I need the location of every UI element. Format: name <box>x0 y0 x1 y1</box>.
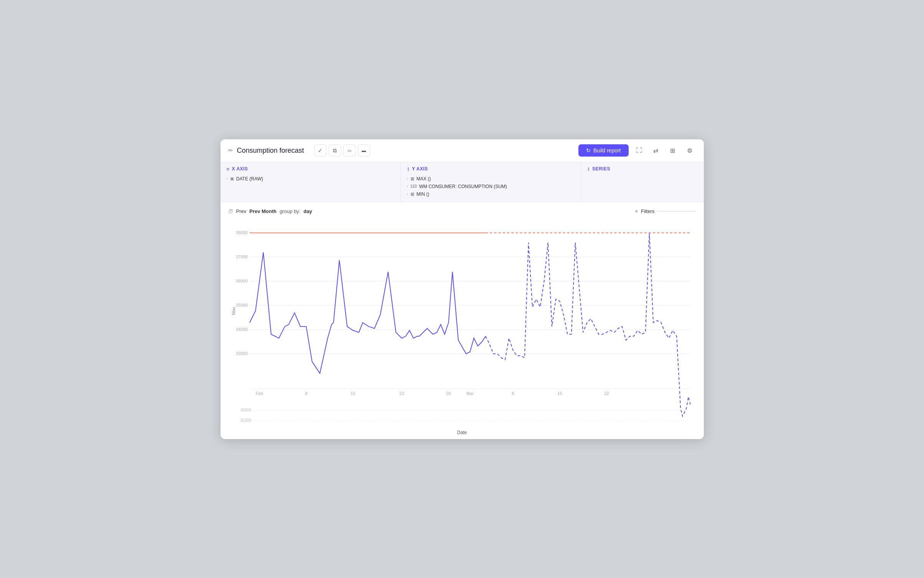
filter-icon: ≡ <box>635 208 638 214</box>
x-tick-8: 8 <box>305 391 307 395</box>
header-left: ✏ Consumption forecast ✓ ⧉ ▭ ▬ <box>228 144 578 157</box>
y-axis-item-0[interactable]: › ▦ MAX () <box>407 175 575 183</box>
build-report-button[interactable]: ↻ Build report <box>578 144 629 157</box>
x-tick-feb: Feb <box>255 391 263 395</box>
y-tick-33000: 33000 <box>236 351 247 355</box>
header-right: ↻ Build report ⛶ ⇄ ⊞ ⚙ <box>578 144 696 157</box>
fullscreen-button[interactable]: ⛶ <box>632 144 646 157</box>
layers-button[interactable]: ⊞ <box>666 144 679 157</box>
prev-label: Prev <box>236 208 247 214</box>
x-tick-mar: Mar <box>466 391 474 395</box>
pencil-icon: ✏ <box>228 147 233 154</box>
chart-area: ⏱ Prev Prev Month group by: day ≡ Filter… <box>221 202 704 439</box>
main-chart-svg: Max 38000 37000 36000 35000 34000 33000 <box>228 219 696 403</box>
share-button[interactable]: ⇄ <box>649 144 662 157</box>
chevron-icon-y0: › <box>407 177 408 181</box>
filter-area: ≡ Filters <box>635 208 696 214</box>
y-axis-item-2[interactable]: › ▦ MIN () <box>407 190 575 198</box>
x-tick-29: 29 <box>446 391 451 395</box>
layout-button-2[interactable]: ▬ <box>358 144 370 157</box>
mini-chart-svg: 32000 31500 <box>228 405 696 428</box>
header: ✏ Consumption forecast ✓ ⧉ ▭ ▬ ↻ Build r… <box>221 139 704 162</box>
time-controls: ⏱ Prev Prev Month group by: day <box>228 208 312 214</box>
x-tick-15: 15 <box>351 391 355 395</box>
chevron-icon-y2: › <box>407 192 408 196</box>
y-tick-34000: 34000 <box>236 327 247 331</box>
num-icon-y1: 123 <box>410 184 417 188</box>
grid-icon-y2: ▦ <box>410 192 414 197</box>
x-tick-22b: 22 <box>604 391 608 395</box>
x-tick-15b: 15 <box>557 391 562 395</box>
y-axis-item-1[interactable]: › 123 WM CONSUMER: CONSUMPTION (SUM) <box>407 183 575 190</box>
y-axis-label-text: Max <box>231 307 236 315</box>
y-tick-37000: 37000 <box>236 254 247 259</box>
chevron-icon: › <box>227 177 228 181</box>
grid-icon-y0: ▦ <box>410 176 414 181</box>
axis-row: ≡ X axis › ▣ DATE (RAW) ⫶ Y axis › ▦ MAX… <box>221 162 704 202</box>
main-window: ✏ Consumption forecast ✓ ⧉ ▭ ▬ ↻ Build r… <box>221 139 704 439</box>
series-label: ⫶ Series <box>587 166 698 172</box>
group-by-label: group by: <box>280 208 300 214</box>
chevron-icon-y1: › <box>407 184 408 188</box>
main-chart-container: Max 38000 37000 36000 35000 34000 33000 <box>228 219 696 405</box>
y-tick-36000: 36000 <box>236 278 247 283</box>
x-tick-8b: 8 <box>512 391 514 395</box>
mini-y-tick-32000: 32000 <box>240 408 251 412</box>
chart-controls: ⏱ Prev Prev Month group by: day ≡ Filter… <box>228 208 696 214</box>
x-tick-22: 22 <box>399 391 404 395</box>
y-axis-label: ⫶ Y axis <box>407 166 575 172</box>
x-axis-label: ≡ X axis <box>227 166 394 172</box>
clock-icon: ⏱ <box>228 208 233 214</box>
refresh-icon: ↻ <box>586 147 591 154</box>
filter-line <box>658 211 696 211</box>
x-axis-col: ≡ X axis › ▣ DATE (RAW) <box>221 162 401 202</box>
solid-line <box>249 252 485 373</box>
y-axis-col: ⫶ Y axis › ▦ MAX () › 123 WM CONSUMER: C… <box>401 162 581 202</box>
header-actions: ✓ ⧉ ▭ ▬ <box>314 144 370 157</box>
settings-button[interactable]: ⚙ <box>683 144 696 157</box>
group-by-value[interactable]: day <box>303 208 312 214</box>
x-axis-title: Date <box>228 429 696 439</box>
db-icon: ▣ <box>230 176 234 181</box>
filters-label[interactable]: Filters <box>641 208 654 214</box>
x-axis-item[interactable]: › ▣ DATE (RAW) <box>227 175 394 183</box>
mini-y-tick-31500: 31500 <box>240 418 251 423</box>
copy-button[interactable]: ⧉ <box>329 144 341 157</box>
page-title: Consumption forecast <box>237 147 304 155</box>
time-range[interactable]: Prev Month <box>249 208 277 214</box>
mini-chart-container: 32000 31500 <box>228 405 696 429</box>
check-button[interactable]: ✓ <box>314 144 326 157</box>
series-col: ⫶ Series <box>581 162 704 202</box>
y-tick-38000: 38000 <box>236 230 247 235</box>
y-tick-35000: 35000 <box>236 302 247 307</box>
layout-button-1[interactable]: ▭ <box>343 144 356 157</box>
